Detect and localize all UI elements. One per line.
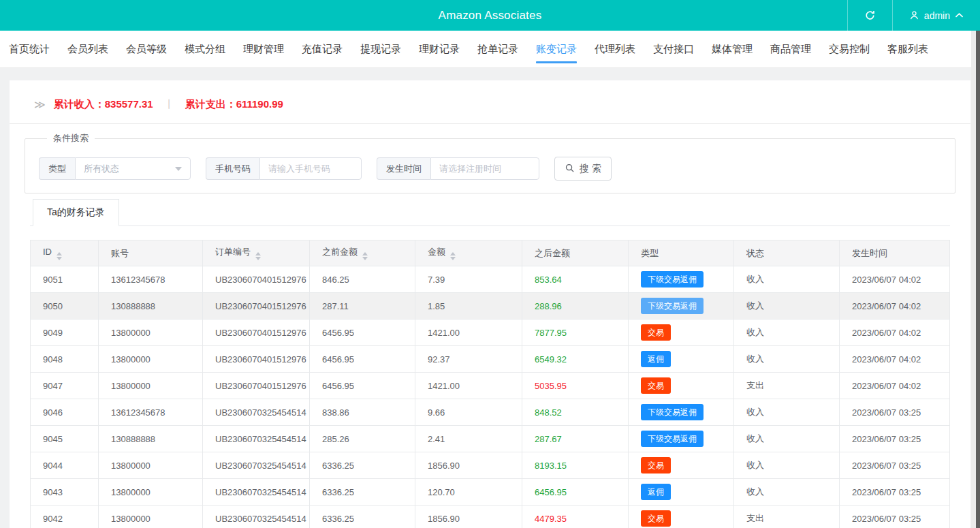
table-row[interactable]: 904313800000UB23060703254545146336.25120… <box>31 479 950 506</box>
nav-item[interactable]: 充值记录 <box>302 31 343 67</box>
cell-order-no: UB2306070401512976 <box>203 293 310 320</box>
app-title: Amazon Associates <box>439 9 542 22</box>
nav-item[interactable]: 首页统计 <box>9 31 50 67</box>
column-header-id[interactable]: ID <box>31 240 99 266</box>
cell-id: 9047 <box>31 373 99 399</box>
column-header-status: 状态 <box>734 240 840 266</box>
type-tag-button[interactable]: 交易 <box>641 377 671 394</box>
page-scrollbar-thumb[interactable] <box>976 31 980 528</box>
cell-account: 13800000 <box>99 320 203 346</box>
type-tag-button[interactable]: 返佣 <box>641 351 671 367</box>
cell-after-amount: 288.96 <box>522 293 629 320</box>
cell-before-amount: 838.86 <box>310 399 415 426</box>
type-tag-button[interactable]: 交易 <box>641 324 671 341</box>
cell-before-amount: 6336.25 <box>310 479 415 506</box>
cell-after-amount: 5035.95 <box>522 373 629 399</box>
column-header-order_no[interactable]: 订单编号 <box>203 240 310 266</box>
table-row[interactable]: 904713800000UB23060704015129766456.95142… <box>31 373 950 399</box>
records-table-body: 905113612345678UB2306070401512976846.257… <box>31 266 950 528</box>
sort-icon[interactable] <box>255 252 261 260</box>
nav-item[interactable]: 交易控制 <box>829 31 870 67</box>
time-input[interactable] <box>430 157 539 180</box>
sort-icon[interactable] <box>450 252 456 260</box>
nav-item[interactable]: 账变记录 <box>536 31 577 67</box>
column-header-after: 之后金额 <box>522 240 629 266</box>
cell-before-amount: 846.25 <box>310 266 415 293</box>
nav-item[interactable]: 理财管理 <box>243 31 284 67</box>
cell-time: 2023/06/07 04:02 <box>840 293 950 320</box>
cell-amount: 92.37 <box>415 346 522 373</box>
time-filter-group: 发生时间 <box>377 157 539 180</box>
cell-order-no: UB2306070325454514 <box>203 506 310 528</box>
table-row[interactable]: 9045130888888UB2306070325454514285.262.4… <box>31 426 950 452</box>
cell-order-no: UB2306070401512976 <box>203 266 310 293</box>
nav-item[interactable]: 提现记录 <box>360 31 401 67</box>
search-button[interactable]: 搜 索 <box>554 157 612 181</box>
cell-after-amount: 8193.15 <box>522 452 629 479</box>
nav-item[interactable]: 会员等级 <box>126 31 167 67</box>
tab-bar: Ta的财务记录 <box>30 199 950 226</box>
user-menu[interactable]: admin <box>892 0 980 31</box>
table-row[interactable]: 904413800000UB23060703254545146336.25185… <box>31 452 950 479</box>
cell-type: 下级交易返佣 <box>629 293 734 320</box>
type-tag-button[interactable]: 返佣 <box>641 484 671 500</box>
type-tag-button[interactable]: 下级交易返佣 <box>641 271 704 288</box>
nav-item[interactable]: 模式分组 <box>185 31 225 67</box>
table-row[interactable]: 904213800000UB23060703254545146336.25185… <box>31 506 950 528</box>
cell-order-no: UB2306070325454514 <box>203 426 310 452</box>
type-filter-select[interactable]: 所有状态 <box>75 157 191 180</box>
nav-item[interactable]: 代理列表 <box>595 31 635 67</box>
refresh-icon <box>864 10 876 21</box>
table-row[interactable]: 904813800000UB23060704015129766456.9592.… <box>31 346 950 373</box>
cell-time: 2023/06/07 04:02 <box>840 320 950 346</box>
column-header-before[interactable]: 之前金额 <box>310 240 415 266</box>
nav-item[interactable]: 客服列表 <box>887 31 928 67</box>
cell-status: 支出 <box>734 373 840 399</box>
phone-input[interactable] <box>259 157 362 180</box>
nav-item[interactable]: 理财记录 <box>419 31 460 67</box>
user-icon <box>909 10 919 20</box>
type-tag-button[interactable]: 交易 <box>641 457 671 473</box>
column-header-amount[interactable]: 金额 <box>415 240 522 266</box>
sort-icon[interactable] <box>57 252 62 260</box>
cell-id: 9051 <box>31 266 99 293</box>
cell-status: 收入 <box>734 426 840 452</box>
cell-type: 返佣 <box>629 346 734 373</box>
type-tag-button[interactable]: 交易 <box>641 510 671 527</box>
table-row[interactable]: 9050130888888UB2306070401512976287.111.8… <box>31 293 950 320</box>
cell-account: 130888888 <box>99 293 203 320</box>
cell-account: 13800000 <box>99 373 203 399</box>
cell-after-amount: 848.52 <box>522 399 629 426</box>
type-tag-button[interactable]: 下级交易返佣 <box>641 431 704 447</box>
total-income: 累计收入：835577.31 <box>54 98 153 111</box>
search-icon <box>565 163 575 175</box>
cell-type: 返佣 <box>629 479 734 506</box>
table-row[interactable]: 904913800000UB23060704015129766456.95142… <box>31 320 950 346</box>
tab-financial-records[interactable]: Ta的财务记录 <box>33 199 119 226</box>
total-expense: 累计支出：611190.99 <box>185 98 283 111</box>
sort-icon[interactable] <box>362 252 368 260</box>
table-row[interactable]: 904613612345678UB2306070325454514838.869… <box>31 399 950 426</box>
cell-amount: 7.39 <box>415 266 522 293</box>
cell-amount: 9.66 <box>415 399 522 426</box>
top-bar: Amazon Associates admin <box>0 0 980 31</box>
type-tag-button[interactable]: 下级交易返佣 <box>641 404 704 420</box>
table-row[interactable]: 905113612345678UB2306070401512976846.257… <box>31 266 950 293</box>
user-name: admin <box>924 10 950 21</box>
cell-status: 收入 <box>734 399 840 426</box>
cell-id: 9045 <box>31 426 99 452</box>
nav-item[interactable]: 抢单记录 <box>477 31 518 67</box>
nav-item[interactable]: 会员列表 <box>67 31 108 67</box>
cell-type: 交易 <box>629 506 734 528</box>
nav-item[interactable]: 商品管理 <box>770 31 811 67</box>
nav-item[interactable]: 媒体管理 <box>712 31 753 67</box>
type-tag-button[interactable]: 下级交易返佣 <box>641 298 704 314</box>
refresh-button[interactable] <box>847 0 892 31</box>
phone-filter-label: 手机号码 <box>206 157 259 180</box>
search-panel: 条件搜索 类型 所有状态 手机号码 发生时间 <box>25 132 955 193</box>
cell-account: 13800000 <box>99 479 203 506</box>
cell-id: 9042 <box>31 506 99 528</box>
nav-item[interactable]: 支付接口 <box>653 31 694 67</box>
main-nav: 首页统计会员列表会员等级模式分组理财管理充值记录提现记录理财记录抢单记录账变记录… <box>0 31 980 68</box>
cell-time: 2023/06/07 03:25 <box>840 479 950 506</box>
